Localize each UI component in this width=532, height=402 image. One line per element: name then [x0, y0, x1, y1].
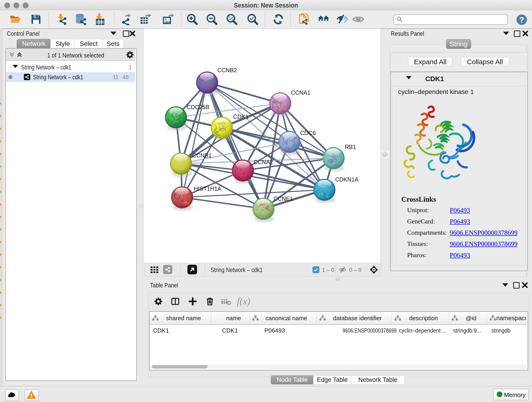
svg-text:CDC6: CDC6	[300, 130, 316, 136]
svg-text:CCNA2: CCNA2	[254, 159, 273, 165]
svg-text:RB1: RB1	[345, 144, 356, 150]
svg-text:CCNA1: CCNA1	[291, 89, 310, 96]
svg-text:CDC25B: CDC25B	[187, 104, 209, 110]
svg-text:CDKN1A: CDKN1A	[335, 176, 359, 183]
svg-text:CCNE1: CCNE1	[273, 196, 293, 202]
svg-text:CDK1: CDK1	[233, 114, 249, 120]
svg-text:CCNB2: CCNB2	[217, 67, 237, 73]
svg-text:CCNB1: CCNB1	[192, 152, 212, 159]
svg-text:HIST1H1A: HIST1H1A	[194, 185, 221, 192]
